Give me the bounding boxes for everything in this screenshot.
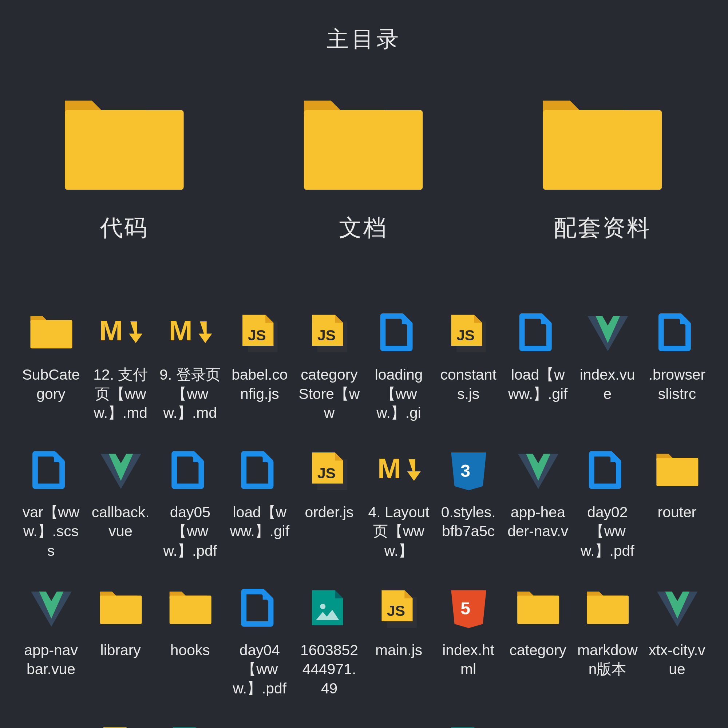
file-item[interactable]: index.vue — [573, 298, 642, 430]
generic-file-icon — [577, 442, 638, 499]
file-item[interactable]: none【www.】.png — [155, 711, 225, 728]
file-item[interactable]: home — [16, 711, 86, 728]
file-item[interactable]: babel.config.js — [225, 298, 294, 430]
file-item-label: callback.vue — [90, 503, 151, 542]
generic-file-icon — [159, 442, 221, 499]
markdown-icon — [159, 305, 221, 361]
file-item[interactable]: library — [86, 573, 155, 705]
file-item[interactable]: 9. 登录页【www.】.md — [155, 298, 225, 430]
file-item-label: load【www.】.gif — [229, 503, 291, 542]
javascript-file-icon — [368, 580, 430, 637]
file-item[interactable]: loading【www.】.gi — [364, 298, 434, 430]
folder-icon — [647, 442, 708, 499]
file-item-label: router — [658, 503, 697, 542]
file-item[interactable]: markdown版本 — [573, 573, 642, 705]
folder-icon — [368, 717, 430, 728]
file-item[interactable]: hooks — [155, 573, 225, 705]
file-item-label: 9. 登录页【www.】.md — [159, 366, 221, 423]
file-item[interactable]: 1603852444971.49 — [294, 573, 364, 705]
file-item[interactable]: utils — [364, 711, 434, 728]
file-item-label: index.html — [437, 641, 499, 680]
file-item-label: main.js — [375, 641, 422, 680]
file-item[interactable]: main.js — [364, 573, 434, 705]
top-folder[interactable]: 文档 — [262, 95, 465, 244]
vue-file-icon — [647, 580, 708, 637]
file-item-label: xtx-city.vue — [647, 641, 708, 680]
folder-icon — [303, 95, 424, 197]
file-item[interactable]: day02【www.】.pdf — [573, 435, 642, 567]
file-item[interactable]: Layout.vue — [573, 711, 642, 728]
folder-icon — [63, 95, 185, 197]
generic-file-icon — [368, 305, 430, 361]
folder-icon — [577, 580, 638, 637]
file-item[interactable]: 接口文档【www.】.md — [294, 711, 364, 728]
file-item-label: 0.styles.bfb7a5c — [437, 503, 499, 542]
file-item[interactable]: detail【www.】.js — [86, 711, 155, 728]
file-item[interactable]: 12. 支付页【www.】.md — [86, 298, 155, 430]
top-folders-row: 代码文档配套资料 — [16, 81, 712, 277]
file-item[interactable]: index.html — [434, 573, 503, 705]
file-item[interactable]: day04【www.】.pdf — [225, 573, 294, 705]
generic-file-icon — [647, 305, 708, 361]
file-grid: SubCategory12. 支付页【www.】.md9. 登录页【www.】.… — [16, 278, 712, 728]
file-item[interactable]: SubCategory — [16, 298, 86, 430]
file-item[interactable]: load【www.】.gif — [503, 298, 573, 430]
file-item[interactable]: xtx-bread-item.v — [642, 711, 712, 728]
folder-icon — [159, 580, 221, 637]
html5-icon — [437, 580, 499, 637]
file-item[interactable]: sub.vue — [225, 711, 294, 728]
file-item-label: babel.config.js — [229, 366, 291, 405]
file-item-label: 12. 支付页【www.】.md — [90, 366, 151, 423]
file-item-label: constants.js — [437, 366, 499, 405]
markdown-icon — [298, 717, 360, 728]
top-folder-label: 代码 — [100, 213, 149, 243]
file-item-label: categoryStore【ww — [298, 366, 360, 423]
javascript-file-icon — [229, 305, 291, 361]
css3-icon — [437, 442, 499, 499]
file-item[interactable]: 4. Layout页【www.】 — [364, 435, 434, 567]
folder-icon — [507, 580, 569, 637]
generic-file-icon — [229, 580, 291, 637]
file-item[interactable]: callback.vue — [86, 435, 155, 567]
file-item[interactable]: .browserslistrc — [642, 298, 712, 430]
file-item[interactable]: load【www.】.gif — [225, 435, 294, 567]
file-item[interactable]: app-header-nav.v — [503, 435, 573, 567]
markdown-icon — [368, 442, 430, 499]
file-item-label: markdown版本 — [577, 641, 638, 680]
folder-icon — [90, 580, 151, 637]
top-folder[interactable]: 配套资料 — [501, 95, 704, 244]
file-item-label: category — [509, 641, 566, 680]
file-item[interactable]: router — [642, 435, 712, 567]
file-item-label: hooks — [170, 641, 210, 680]
file-item[interactable]: order.js — [294, 435, 364, 567]
image-file-icon — [159, 717, 221, 728]
file-item[interactable]: app-navbar.vue — [16, 573, 86, 705]
file-item[interactable]: index.vue — [503, 711, 573, 728]
file-item[interactable]: 0.styles.bfb7a5c — [434, 435, 503, 567]
file-item-label: library — [101, 641, 141, 680]
vue-file-icon — [90, 442, 151, 499]
page-title: 主目录 — [16, 24, 712, 55]
file-item-label: 4. Layout页【www.】 — [368, 503, 430, 561]
file-item-label: day02【www.】.pdf — [577, 503, 638, 561]
file-item[interactable]: day05【www.】.pdf — [155, 435, 225, 567]
file-item[interactable]: xtx-city.vue — [642, 573, 712, 705]
file-item-label: app-header-nav.v — [507, 503, 569, 542]
vue-file-icon — [577, 305, 638, 361]
folder-icon — [20, 305, 82, 361]
file-item-label: app-navbar.vue — [20, 641, 82, 680]
top-folder-label: 文档 — [339, 213, 388, 243]
file-item-label: index.vue — [577, 366, 638, 405]
vue-file-icon — [20, 580, 82, 637]
file-item[interactable]: categoryStore【ww — [294, 298, 364, 430]
javascript-file-icon — [298, 442, 360, 499]
javascript-file-icon — [298, 305, 360, 361]
file-item[interactable]: var【www.】.scss — [16, 435, 86, 567]
javascript-file-icon — [437, 305, 499, 361]
image-file-icon — [298, 580, 360, 637]
file-item[interactable]: category — [503, 573, 573, 705]
file-item-label: order.js — [305, 503, 354, 542]
top-folder[interactable]: 代码 — [23, 95, 226, 244]
file-item[interactable]: constants.js — [434, 298, 503, 430]
file-item[interactable]: login-bge.png — [434, 711, 503, 728]
